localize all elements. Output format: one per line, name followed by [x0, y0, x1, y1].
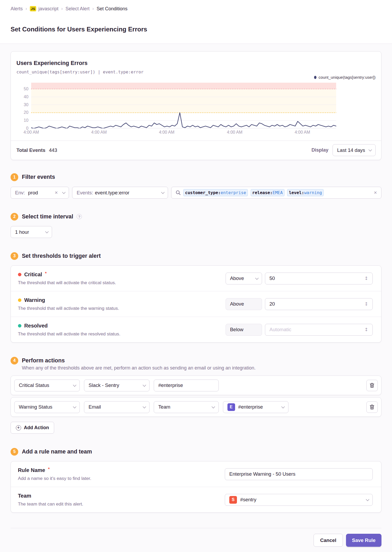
total-events-value: 443 — [49, 147, 57, 153]
y-axis-tick: 10 — [24, 118, 29, 123]
field-description: The team that can edit this alert. — [18, 501, 225, 507]
critical-threshold-input[interactable]: ↕ — [265, 273, 373, 284]
chevron-down-icon — [161, 190, 165, 194]
section-time-interval: 2 Select time interval ? 1 hour — [11, 213, 381, 238]
x-axis-tick: 4:00 AM — [295, 130, 310, 135]
add-action-button[interactable]: + Add Action — [11, 422, 54, 434]
clear-environment-icon[interactable]: × — [55, 190, 58, 196]
chevron-down-icon — [281, 405, 285, 408]
warning-threshold-value[interactable] — [269, 301, 362, 307]
plus-circle-icon: + — [16, 425, 21, 431]
breadcrumb-select-alert[interactable]: Select Alert — [66, 6, 90, 12]
chevron-down-icon — [368, 148, 372, 151]
breadcrumb-separator: › — [61, 6, 63, 11]
critical-comparison-select[interactable]: Above — [226, 273, 262, 284]
resolved-threshold-value[interactable] — [269, 327, 362, 333]
y-axis-tick: 50 — [24, 87, 29, 91]
event-types-select[interactable]: Events: event.type:error — [72, 187, 168, 199]
slack-channel-input[interactable]: #enterprise — [154, 380, 218, 391]
critical-status-dot — [18, 273, 21, 276]
search-token[interactable]: customer_type:enterprise — [183, 189, 248, 196]
action-service-select[interactable]: Slack - Sentry — [84, 380, 150, 391]
rule-name-value[interactable] — [229, 471, 368, 477]
team-picker-select[interactable]: E #enterprise — [223, 401, 288, 413]
breadcrumb-project[interactable]: JS javascript — [30, 6, 59, 12]
search-token[interactable]: level:warning — [287, 189, 324, 196]
comparison-value: Below — [230, 327, 244, 333]
chart-legend: count_unique(tags[sentry:user]) — [16, 75, 375, 80]
environment-select[interactable]: Env: prod × — [11, 187, 69, 199]
token-value: EMEA — [273, 190, 283, 195]
action-service-value: Slack - Sentry — [88, 382, 119, 388]
environment-value: prod — [28, 190, 38, 196]
token-value: enterprise — [221, 190, 246, 195]
token-key: release: — [252, 190, 273, 195]
time-range-dropdown[interactable]: Last 14 days — [333, 144, 375, 156]
delete-action-button[interactable] — [366, 401, 378, 413]
x-axis-tick: 4:00 AM — [24, 130, 39, 135]
field-label: Rule Name — [18, 467, 45, 473]
cancel-button[interactable]: Cancel — [314, 534, 343, 547]
action-trigger-select[interactable]: Warning Status — [14, 401, 80, 413]
critical-threshold-value[interactable] — [269, 275, 362, 281]
resolved-threshold-row: Resolved The threshold that will activat… — [11, 317, 381, 342]
breadcrumb-project-label: javascript — [38, 6, 58, 12]
step-number-badge: 3 — [11, 252, 18, 260]
warning-threshold-input[interactable]: ↕ — [265, 298, 373, 310]
threshold-description: The threshold that will activate the war… — [18, 306, 226, 311]
section-actions: 4 Perform actions When any of the thresh… — [11, 357, 381, 434]
number-stepper-icon[interactable]: ↕ — [364, 276, 368, 281]
time-interval-select[interactable]: 1 hour — [11, 226, 52, 238]
form-footer: Cancel Save Rule — [11, 528, 381, 547]
search-icon — [176, 190, 181, 195]
section-filter-events: 1 Filter events Env: prod × Events: even… — [11, 173, 381, 199]
breadcrumb: Alerts › JS javascript › Select Alert › … — [11, 6, 381, 12]
trash-icon — [370, 383, 375, 388]
team-avatar: S — [229, 496, 237, 504]
help-icon[interactable]: ? — [77, 214, 82, 219]
warning-status-dot — [18, 298, 21, 302]
chevron-down-icon — [255, 276, 259, 280]
rule-name-row: Rule Name * Add a name so it's easy to f… — [11, 461, 381, 487]
number-stepper-icon[interactable]: ↕ — [364, 327, 368, 332]
target-type-select[interactable]: Team — [154, 401, 218, 413]
action-row-critical: Critical Status Slack - Sentry #enterpri… — [11, 376, 381, 395]
threshold-name: Warning — [24, 297, 45, 303]
step-number-badge: 1 — [11, 173, 18, 181]
section-title: Add a rule name and team — [22, 448, 92, 455]
search-token[interactable]: release:EMEA — [251, 189, 284, 196]
team-select[interactable]: S #sentry — [225, 494, 373, 506]
step-number-badge: 2 — [11, 213, 18, 221]
total-events-label: Total Events — [16, 147, 45, 153]
section-title: Perform actions — [22, 357, 65, 364]
threshold-description: The threshold that will activate the cri… — [18, 280, 226, 286]
action-service-select[interactable]: Email — [84, 401, 150, 413]
save-rule-button[interactable]: Save Rule — [346, 534, 381, 547]
action-trigger-value: Critical Status — [19, 382, 49, 388]
action-service-value: Email — [88, 404, 101, 410]
threshold-name: Resolved — [24, 323, 48, 329]
page-title: Set Conditions for Users Experiencing Er… — [11, 26, 381, 44]
chart-x-axis: 4:00 AM4:00 AM4:00 AM4:00 AM4:00 AM — [31, 130, 375, 137]
action-trigger-select[interactable]: Critical Status — [14, 380, 80, 391]
breadcrumb-alerts[interactable]: Alerts — [11, 6, 23, 12]
chevron-down-icon — [73, 383, 76, 387]
required-asterisk: * — [48, 466, 50, 472]
field-label: Team — [18, 493, 31, 499]
display-label: Display — [311, 147, 328, 153]
number-stepper-icon[interactable]: ↕ — [364, 301, 368, 307]
clear-search-icon[interactable]: × — [374, 190, 377, 196]
chevron-down-icon — [143, 383, 146, 387]
time-range-value: Last 14 days — [337, 147, 365, 153]
actions-subtitle: When any of the thresholds above are met… — [22, 365, 381, 371]
chevron-down-icon — [62, 190, 66, 194]
rule-name-input[interactable] — [225, 468, 373, 480]
trash-icon — [370, 404, 375, 410]
resolved-threshold-input[interactable]: ↕ — [265, 324, 373, 336]
critical-threshold-row: Critical * The threshold that will activ… — [11, 266, 381, 291]
channel-value: #enterprise — [158, 382, 183, 388]
warning-comparison-box: Above — [226, 298, 262, 310]
resolved-status-dot — [18, 324, 21, 328]
delete-action-button[interactable] — [366, 380, 378, 391]
search-query-input[interactable]: customer_type:enterprise release:EMEA le… — [171, 187, 381, 199]
